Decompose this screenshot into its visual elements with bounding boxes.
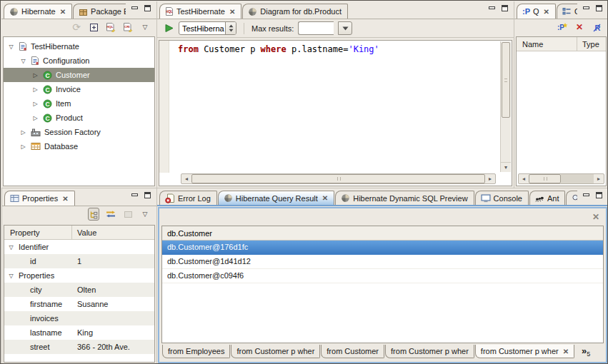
query-tab-3[interactable]: from Customer [321, 345, 384, 358]
view-menu-icon[interactable]: ▽ [139, 21, 151, 34]
query-tab-1[interactable]: from Employees [162, 345, 230, 358]
editor-horizontal-scrollbar[interactable]: ◂ ▸ [181, 173, 496, 184]
scroll-right-arrow-icon[interactable]: ▸ [485, 174, 495, 183]
scroll-down-arrow-icon[interactable]: ▾ [501, 162, 511, 172]
column-header-value[interactable]: Value [72, 228, 154, 237]
property-row-invoices[interactable]: invoices [4, 311, 154, 325]
minimize-button[interactable] [130, 192, 139, 201]
console-configuration-combo[interactable]: TestHiberna [179, 21, 236, 35]
parameters-table-body[interactable] [517, 51, 606, 173]
maximize-button[interactable] [143, 5, 152, 14]
new-parameter-icon[interactable]: :P [557, 21, 568, 34]
close-icon[interactable]: ✕ [229, 8, 235, 16]
maximize-button[interactable] [594, 5, 604, 14]
property-row-city[interactable]: cityOlten [4, 283, 154, 297]
spinner-arrows-icon[interactable] [225, 22, 236, 34]
column-header-name[interactable]: Name [517, 37, 577, 51]
expand-twistie-icon[interactable]: ▷ [31, 101, 39, 107]
close-icon[interactable]: ✕ [322, 194, 328, 202]
result-row[interactable]: db.Customer@c094f6 [162, 269, 603, 283]
tab-package-e[interactable]: Package E [73, 4, 126, 19]
tab-overflow-button[interactable]: » 5 [582, 345, 590, 358]
max-results-dropdown-button[interactable] [338, 21, 352, 35]
collapse-twistie-icon[interactable]: ▽ [7, 273, 15, 279]
tree-item-testhibernate[interactable]: ▽TestHibernate [4, 39, 154, 54]
column-header-type[interactable]: Type [577, 40, 606, 49]
scrollbar-track[interactable] [561, 174, 594, 183]
query-tab-2[interactable]: from Customer p wher [231, 345, 320, 358]
property-row-lastname[interactable]: lastnameKing [4, 325, 154, 340]
close-icon[interactable]: ✕ [62, 195, 68, 203]
result-row[interactable]: db.Customer@1d41d12 [162, 255, 603, 269]
maximize-button[interactable] [500, 5, 509, 14]
expand-twistie-icon[interactable]: ▷ [31, 72, 39, 79]
tab-diagram-for-db-product[interactable]: Diagram for db.Product [242, 4, 348, 19]
minimize-button[interactable] [487, 5, 497, 14]
collapse-twistie-icon[interactable]: ▽ [7, 244, 15, 251]
minimize-button[interactable] [582, 192, 591, 201]
tree-item-customer[interactable]: ▷CCustomer [4, 68, 154, 82]
tree-item-database[interactable]: ▷Database [4, 139, 154, 153]
editor-vertical-scrollbar[interactable]: ▾ [500, 41, 511, 172]
property-row-street[interactable]: street366 - 20th Ave. [4, 340, 154, 354]
query-tab-4[interactable]: from Customer p wher [385, 345, 474, 358]
tree-item-configuration[interactable]: ▽Configuration [4, 54, 154, 68]
query-tab-5[interactable]: from Customer p wher✕ [475, 345, 574, 358]
tab-hibernate[interactable]: Hibernate✕ [4, 4, 72, 19]
hql-editor[interactable]: from Customer p where p.lastname='King' … [159, 40, 512, 186]
remove-parameter-icon[interactable]: ✕ [574, 21, 585, 34]
close-result-icon[interactable]: ✕ [592, 212, 599, 222]
tab-testhibernate[interactable]: HQLTestHibernate✕ [159, 4, 241, 19]
scroll-left-arrow-icon[interactable]: ◂ [519, 174, 529, 183]
property-row-properties[interactable]: ▽Properties [4, 268, 154, 283]
expand-twistie-icon[interactable]: ▷ [31, 115, 39, 121]
parameters-horizontal-scrollbar[interactable]: ◂ ▸ [518, 173, 604, 184]
refresh-icon[interactable]: ⟳ [71, 21, 82, 34]
close-icon[interactable]: ✕ [544, 8, 549, 16]
criteria-editor-icon[interactable]: CRI [122, 21, 134, 34]
scrollbar-thumb[interactable] [529, 174, 561, 183]
tree-mode-icon[interactable] [88, 208, 99, 221]
tree-item-invoice[interactable]: ▷CInvoice [4, 82, 154, 96]
collapse-twistie-icon[interactable]: ▽ [19, 58, 27, 64]
clear-parameters-icon[interactable]: R [591, 21, 602, 34]
expand-twistie-icon[interactable]: ▷ [19, 129, 27, 136]
scroll-right-arrow-icon[interactable]: ▸ [594, 174, 604, 183]
result-row[interactable]: db.Customer@176d1fc [162, 241, 603, 255]
tab-properties[interactable]: Properties✕ [4, 191, 75, 206]
property-row-identifier[interactable]: ▽Identifier [4, 240, 154, 254]
tree-item-item[interactable]: ▷CItem [4, 96, 154, 111]
tab-console[interactable]: Console [475, 191, 529, 205]
tab-ant[interactable]: Ant [529, 191, 566, 205]
tab-o[interactable]: O [557, 4, 577, 19]
maximize-button[interactable] [594, 192, 604, 201]
expand-twistie-icon[interactable]: ▷ [31, 86, 39, 93]
collapse-twistie-icon[interactable]: ▽ [7, 44, 15, 50]
property-row-firstname[interactable]: firstnameSusanne [4, 297, 154, 311]
tree-item-session-factory[interactable]: ▷Session Factory [4, 125, 154, 139]
tab-hibernate-query-result[interactable]: Hibernate Query Result✕ [218, 191, 334, 205]
tab-search[interactable]: Search [566, 191, 577, 205]
scroll-left-arrow-icon[interactable]: ◂ [181, 174, 191, 183]
tree-item-product[interactable]: ▷CProduct [4, 111, 154, 125]
property-row-id[interactable]: id1 [4, 254, 154, 268]
minimize-button[interactable] [130, 5, 139, 14]
column-header-property[interactable]: Property [4, 226, 72, 239]
scrollbar-thumb[interactable] [191, 174, 485, 183]
hql-editor-icon[interactable]: HQL [105, 21, 116, 34]
run-hql-button[interactable] [163, 22, 174, 35]
tab-hibernate-dynamic-sql-preview[interactable]: Hibernate Dynamic SQL Preview [335, 191, 474, 205]
close-icon[interactable]: ✕ [563, 348, 569, 355]
close-icon[interactable]: ✕ [60, 8, 66, 16]
tab-q[interactable]: :PQ✕ [517, 4, 556, 19]
tab-error-log[interactable]: Error Log [159, 191, 217, 205]
maximize-button[interactable] [143, 192, 152, 201]
expand-twistie-icon[interactable]: ▷ [19, 143, 27, 150]
minimize-button[interactable] [582, 5, 591, 14]
view-menu-icon[interactable]: ▽ [139, 208, 151, 221]
scrollbar-thumb[interactable] [502, 42, 510, 118]
sort-icon[interactable] [105, 208, 116, 221]
restore-default-icon[interactable] [122, 208, 134, 221]
result-column-header[interactable]: db.Customer [162, 226, 603, 241]
max-results-input[interactable] [298, 21, 334, 35]
